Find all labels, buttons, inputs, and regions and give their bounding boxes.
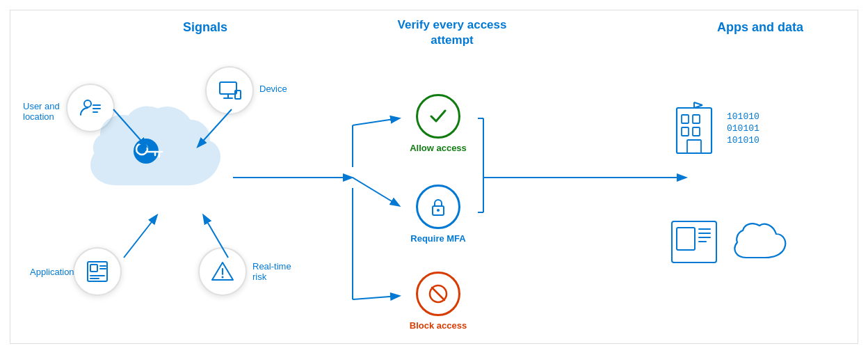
svg-rect-43 [693,127,700,136]
verify-title: Verify every accessattempt [365,17,539,48]
allow-access-outcome: Allow access [400,94,476,153]
svg-rect-42 [682,127,689,136]
svg-line-46 [694,102,702,105]
block-circle [416,272,460,316]
svg-point-15 [222,276,224,278]
svg-line-32 [353,178,399,205]
realtime-risk-icon [198,247,247,296]
cloud-key [80,101,233,212]
svg-text:010101: 010101 [727,123,760,134]
svg-text:101010: 101010 [727,111,760,122]
require-mfa-outcome: Require MFA [400,185,476,244]
application-icon [73,247,122,296]
signals-title: Signals [136,20,275,35]
block-label: Block access [410,320,467,331]
svg-line-23 [124,216,156,258]
svg-line-31 [353,118,399,125]
realtime-risk-label: Real-timerisk [252,261,291,282]
allow-label: Allow access [410,143,467,153]
cloud-icon [729,223,791,268]
diagram-container: Signals Verify every accessattempt Apps … [10,10,858,344]
svg-rect-44 [687,140,701,153]
binary-data-icon: 101010 010101 101010 [725,108,788,150]
device-label: Device [259,84,287,94]
svg-line-34 [353,296,399,299]
svg-rect-52 [677,228,695,250]
svg-rect-41 [693,115,700,123]
building-icon [673,101,722,157]
apps-title: Apps and data [684,20,837,35]
mfa-circle [416,185,460,229]
svg-rect-9 [90,265,97,272]
block-access-outcome: Block access [400,272,476,331]
svg-text:101010: 101010 [727,135,760,146]
application-label: Application [30,267,74,277]
portal-icon [670,219,718,265]
svg-rect-40 [682,115,689,123]
svg-line-29 [432,288,444,300]
mfa-label: Require MFA [410,233,465,244]
svg-point-27 [437,209,440,212]
allow-circle [416,94,460,139]
svg-rect-4 [220,82,236,94]
user-location-label: User andlocation [23,101,60,122]
